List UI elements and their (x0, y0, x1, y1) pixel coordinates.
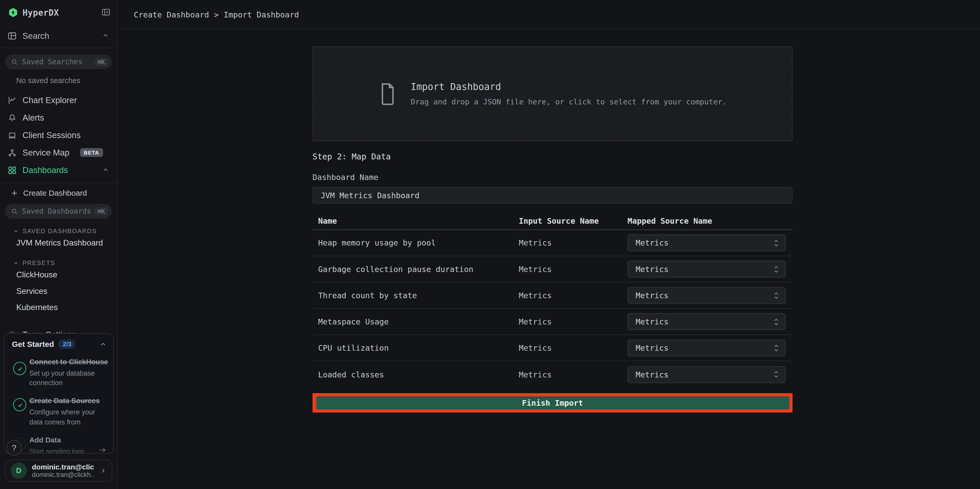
table-row: CPU utilization Metrics Metrics (313, 335, 792, 361)
saved-dashboard-item[interactable]: JVM Metrics Dashboard (0, 234, 117, 251)
sidebar-item-dashboards[interactable]: Dashboards (0, 161, 117, 179)
sidebar-item-label: Service Map (22, 148, 69, 157)
progress-badge: 2/3 (58, 339, 76, 349)
chart-name: Thread count by state (318, 291, 519, 300)
sidebar-item-alerts[interactable]: Alerts (0, 109, 117, 126)
help-button[interactable]: ? (6, 440, 22, 456)
selected-value: Metrics (636, 370, 773, 379)
table-row: Loaded classes Metrics Metrics (313, 361, 792, 387)
mapped-source-select[interactable]: Metrics (628, 287, 786, 304)
column-header-name: Name (318, 216, 519, 225)
selected-value: Metrics (636, 238, 773, 247)
chevron-updown-icon (773, 265, 780, 274)
chart-name: Loaded classes (318, 370, 519, 379)
file-icon (378, 82, 397, 105)
chart-name: CPU utilization (318, 343, 519, 352)
saved-dashboards-input[interactable]: Saved Dashboards ⌘K (5, 204, 112, 219)
sidebar-item-label: Client Sessions (22, 131, 81, 140)
no-saved-searches-text: No saved searches (0, 69, 117, 86)
create-dashboard-button[interactable]: Create Dashboard (0, 183, 117, 198)
user-account-button[interactable]: D dominic.tran@clic... dominic.tran@clic… (5, 459, 112, 482)
main-area: Create Dashboard>Import Dashboard Import… (118, 0, 980, 489)
task-description: Set up your database connection (29, 369, 103, 388)
selected-value: Metrics (636, 343, 773, 352)
search-section-header[interactable]: Search (0, 27, 117, 44)
table-row: Garbage collection pause duration Metric… (313, 256, 792, 282)
breadcrumb-import-dashboard: Import Dashboard (224, 10, 299, 19)
input-source: Metrics (519, 264, 628, 274)
input-source: Metrics (519, 343, 628, 352)
chevron-down-icon (13, 228, 19, 234)
dashboard-name-input[interactable] (313, 187, 792, 204)
input-source: Metrics (519, 238, 628, 247)
mapped-source-select[interactable]: Metrics (628, 234, 786, 252)
preset-item-services[interactable]: Services (0, 282, 117, 299)
breadcrumb-separator: > (214, 10, 218, 19)
task-title: Create Data Sources (29, 397, 100, 405)
brand-row: HyperDX (0, 0, 117, 18)
chevron-up-icon[interactable] (102, 32, 109, 39)
check-circle-icon (13, 398, 26, 412)
finish-import-button[interactable]: Finish Import (316, 396, 789, 409)
sidebar-item-label: Chart Explorer (22, 96, 77, 105)
chart-icon (8, 96, 17, 105)
preset-item-kubernetes[interactable]: Kubernetes (0, 299, 117, 315)
mapped-source-select[interactable]: Metrics (628, 261, 786, 278)
get-started-title: Get Started (12, 339, 54, 348)
saved-searches-input[interactable]: Saved Searches ⌘K (5, 54, 112, 69)
task-description: Configure where your data comes from (29, 408, 103, 427)
sidebar-nav: Chart Explorer Alerts Client Sessions Se… (0, 91, 117, 179)
saved-searches-placeholder: Saved Searches (22, 57, 91, 66)
dashboard-name-label: Dashboard Name (313, 172, 792, 182)
sidebar: HyperDX Search Saved Searches ⌘K No save… (0, 0, 118, 489)
annotation-highlight-box: Finish Import (313, 393, 792, 413)
task-title: Add Data (29, 436, 61, 444)
brand-name: HyperDX (22, 8, 59, 18)
json-dropzone[interactable]: Import Dashboard Drag and drop a JSON fi… (313, 46, 792, 142)
hyperdx-app: HyperDX Search Saved Searches ⌘K No save… (0, 0, 980, 489)
search-icon (11, 207, 18, 215)
plus-icon (11, 190, 18, 197)
sidebar-item-chart-explorer[interactable]: Chart Explorer (0, 91, 117, 109)
preset-item-clickhouse[interactable]: ClickHouse (0, 266, 117, 282)
get-started-item-data-sources[interactable]: Create Data Sources Configure where your… (4, 390, 113, 429)
mapped-source-select[interactable]: Metrics (628, 366, 786, 383)
hyperdx-logo-icon (8, 8, 18, 18)
service-map-icon (8, 148, 17, 157)
input-source: Metrics (519, 370, 628, 379)
sidebar-item-label: Alerts (22, 113, 44, 122)
bell-icon (8, 113, 17, 122)
sidebar-item-label: Dashboards (22, 165, 68, 175)
column-header-input-source: Input Source Name (519, 216, 628, 225)
selected-value: Metrics (636, 264, 773, 274)
task-title: Connect to ClickHouse (29, 358, 108, 366)
shortcut-badge: ⌘K (94, 207, 108, 215)
sidebar-item-client-sessions[interactable]: Client Sessions (0, 126, 117, 144)
chevron-up-icon[interactable] (102, 166, 109, 174)
search-section-label: Search (22, 31, 49, 40)
get-started-header[interactable]: Get Started 2/3 (4, 334, 113, 351)
breadcrumb: Create Dashboard>Import Dashboard (134, 10, 299, 19)
mapped-source-select[interactable]: Metrics (628, 313, 786, 330)
divider (0, 48, 117, 48)
arrow-right-icon (98, 446, 107, 454)
get-started-item-connect[interactable]: Connect to ClickHouse Set up your databa… (4, 351, 113, 390)
topbar: Create Dashboard>Import Dashboard (118, 0, 980, 29)
chevron-updown-icon (773, 239, 780, 247)
table-row: Heap memory usage by pool Metrics Metric… (313, 230, 792, 256)
mapped-source-select[interactable]: Metrics (628, 339, 786, 356)
breadcrumb-create-dashboard[interactable]: Create Dashboard (134, 10, 209, 19)
chevron-up-icon[interactable] (100, 341, 107, 348)
sidebar-collapse-icon[interactable] (101, 8, 111, 17)
saved-dashboards-section-toggle[interactable]: SAVED DASHBOARDS (0, 219, 117, 234)
chevron-updown-icon (773, 317, 780, 326)
get-started-panel: Get Started 2/3 Connect to ClickHouse Se… (4, 333, 114, 454)
presets-section-toggle[interactable]: PRESETS (0, 251, 117, 266)
import-content: Import Dashboard Drag and drop a JSON fi… (313, 29, 792, 413)
user-email: dominic.tran@clickh... (32, 471, 94, 478)
shortcut-badge: ⌘K (94, 58, 108, 66)
question-mark-icon: ? (12, 443, 16, 452)
chart-name: Metaspace Usage (318, 317, 519, 326)
sidebar-item-service-map[interactable]: Service Map BETA (0, 144, 117, 161)
task-description: Start sending logs, metrics, or traces (29, 447, 103, 454)
